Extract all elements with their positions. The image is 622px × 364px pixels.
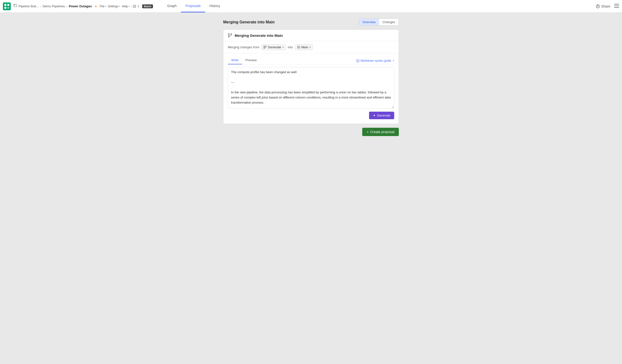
svg-point-17 bbox=[264, 46, 265, 47]
settings-chevron: ▾ bbox=[119, 5, 120, 8]
hamburger-icon bbox=[614, 4, 619, 8]
svg-rect-8 bbox=[134, 6, 135, 7]
file-chevron: ▾ bbox=[105, 5, 106, 8]
share-label: Share bbox=[601, 4, 610, 8]
settings-label: Settings bbox=[108, 5, 118, 8]
merge-icon bbox=[228, 33, 232, 38]
into-label: into bbox=[288, 45, 293, 49]
generate-sparkle-icon: ✦ bbox=[373, 114, 376, 117]
create-proposal-label: Create proposal bbox=[370, 130, 394, 134]
help-circle-icon: ? bbox=[356, 59, 360, 62]
app-logo[interactable] bbox=[3, 2, 11, 10]
svg-rect-12 bbox=[614, 6, 619, 6]
from-branch-selector[interactable]: Generate ▾ bbox=[261, 44, 286, 50]
navbar: Pipeline Buil... › Demo Pipelines › Powe… bbox=[0, 0, 622, 13]
generate-label: Generate bbox=[377, 114, 390, 117]
create-proposal-plus-icon: + bbox=[367, 130, 369, 134]
svg-point-19 bbox=[265, 46, 266, 47]
svg-rect-11 bbox=[614, 4, 619, 4]
proposal-title: Merging Generate into Main bbox=[223, 20, 275, 24]
favorite-icon[interactable]: ★ bbox=[94, 4, 97, 8]
markdown-guide-label: Markdown syntax guide bbox=[361, 59, 391, 62]
markdown-guide-link[interactable]: ? Markdown syntax guide ↗ bbox=[356, 59, 394, 62]
card-title: Merging Generate into Main bbox=[235, 33, 283, 38]
breadcrumb-current: Power Outages bbox=[69, 4, 92, 8]
svg-rect-13 bbox=[614, 7, 619, 8]
tab-write[interactable]: Write bbox=[228, 57, 242, 64]
svg-rect-3 bbox=[4, 7, 6, 9]
divider2 bbox=[140, 4, 141, 9]
menu-icon[interactable] bbox=[614, 3, 619, 9]
branch-to-icon bbox=[297, 46, 300, 49]
from-branch-label: Generate bbox=[268, 45, 281, 49]
create-proposal-button[interactable]: + Create proposal bbox=[362, 128, 399, 136]
to-branch-label: Main bbox=[301, 45, 308, 49]
help-menu[interactable]: Help ▾ bbox=[122, 5, 130, 8]
card-inner: Write Preview ? Markdown syntax guide ↗ … bbox=[223, 53, 399, 124]
generate-btn-row: ✦ Generate bbox=[228, 112, 394, 119]
instances-item[interactable]: 1 bbox=[133, 5, 139, 8]
breadcrumb: Pipeline Buil... › Demo Pipelines › Powe… bbox=[14, 4, 97, 8]
svg-text:?: ? bbox=[357, 60, 359, 62]
breadcrumb-sep1: › bbox=[40, 4, 41, 8]
help-chevron: ▾ bbox=[129, 5, 130, 8]
svg-point-16 bbox=[228, 36, 230, 37]
instances-count: 1 bbox=[137, 5, 139, 8]
share-button[interactable]: Share bbox=[596, 4, 610, 8]
svg-point-14 bbox=[228, 34, 230, 35]
svg-rect-0 bbox=[3, 2, 11, 10]
changes-button[interactable]: Changes bbox=[379, 19, 399, 25]
main-tabs: Graph Proposals History bbox=[163, 0, 224, 12]
proposal-card: Merging Generate into Main Merging chang… bbox=[223, 30, 399, 124]
svg-rect-2 bbox=[7, 4, 9, 6]
to-branch-selector[interactable]: Main ▾ bbox=[295, 44, 313, 50]
proposal-header-row: Merging Generate into Main Overview Chan… bbox=[223, 19, 399, 26]
branch-from-icon bbox=[263, 46, 267, 49]
svg-rect-1 bbox=[4, 4, 6, 6]
breadcrumb-pipelines[interactable]: Demo Pipelines bbox=[43, 4, 65, 8]
page-content: Merging Generate into Main Overview Chan… bbox=[0, 13, 622, 364]
share-icon bbox=[596, 4, 600, 8]
from-branch-chevron: ▾ bbox=[282, 46, 284, 49]
external-link-icon: ↗ bbox=[392, 59, 394, 62]
divider1 bbox=[131, 4, 132, 9]
file-menu[interactable]: File ▾ bbox=[100, 5, 106, 8]
breadcrumb-sep2: › bbox=[66, 4, 67, 8]
submenu: File ▾ Settings ▾ Help ▾ 1 Batch bbox=[100, 4, 153, 9]
overview-button[interactable]: Overview bbox=[359, 19, 379, 25]
bc-icon bbox=[14, 4, 17, 8]
svg-rect-4 bbox=[7, 7, 9, 9]
create-proposal-row: + Create proposal bbox=[223, 128, 399, 136]
tab-graph[interactable]: Graph bbox=[163, 0, 181, 12]
breadcrumb-builder[interactable]: Pipeline Buil... bbox=[19, 4, 39, 8]
batch-badge[interactable]: Batch bbox=[142, 4, 153, 8]
tab-history[interactable]: History bbox=[205, 0, 225, 12]
view-toggle: Overview Changes bbox=[359, 19, 399, 26]
generate-button[interactable]: ✦ Generate bbox=[369, 112, 394, 119]
card-title-bar: Merging Generate into Main bbox=[223, 30, 399, 41]
svg-rect-6 bbox=[14, 4, 15, 5]
tab-preview[interactable]: Preview bbox=[242, 57, 260, 64]
navbar-right: Share bbox=[596, 3, 619, 9]
description-textarea[interactable]: The compute profile has been changed as … bbox=[228, 67, 394, 109]
settings-menu[interactable]: Settings ▾ bbox=[108, 5, 120, 8]
svg-point-10 bbox=[597, 5, 598, 6]
tab-proposals[interactable]: Proposals bbox=[181, 0, 205, 12]
file-label: File bbox=[100, 5, 104, 8]
to-branch-chevron: ▾ bbox=[310, 46, 311, 49]
merge-from-row: Merging changes from Generate ▾ into bbox=[223, 41, 399, 53]
svg-point-15 bbox=[231, 34, 232, 35]
instances-icon bbox=[133, 5, 136, 8]
help-label: Help bbox=[122, 5, 128, 8]
inner-tabs: Write Preview ? Markdown syntax guide ↗ bbox=[228, 57, 394, 65]
merge-from-label: Merging changes from bbox=[228, 45, 259, 49]
